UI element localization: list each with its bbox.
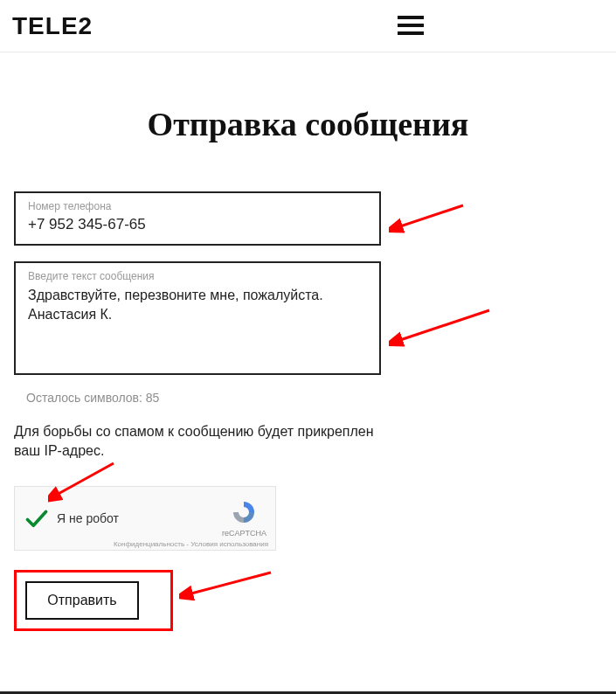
message-label: Введите текст сообщения (28, 270, 367, 282)
page-body: Отправка сообщения Номер телефона +7 952… (0, 52, 616, 631)
recaptcha-logo-icon (231, 513, 257, 528)
svg-line-1 (398, 310, 489, 341)
chars-left: Осталось символов: 85 (26, 391, 602, 405)
recaptcha-brand: reCAPTCHA (222, 529, 266, 538)
message-value: Здравствуйте, перезвоните мне, пожалуйст… (28, 286, 367, 323)
phone-input[interactable]: Номер телефона +7 952 345-67-65 (14, 191, 381, 246)
recaptcha-text: Я не робот (57, 511, 222, 525)
phone-label: Номер телефона (28, 200, 367, 212)
menu-icon[interactable] (398, 16, 424, 35)
annotation-arrow-icon (389, 201, 467, 236)
ip-note: Для борьбы со спамом к сообщению будет п… (14, 422, 398, 462)
recaptcha[interactable]: Я не робот reCAPTCHA Конфиденциальность … (14, 486, 276, 551)
svg-line-3 (188, 573, 271, 594)
submit-button[interactable]: Отправить (25, 581, 139, 620)
header: TELE2 (0, 0, 616, 52)
page-title: Отправка сообщения (148, 105, 469, 143)
svg-line-0 (398, 205, 463, 227)
check-icon (24, 505, 50, 531)
recaptcha-legal: Конфиденциальность - Условия использован… (114, 540, 268, 548)
phone-value: +7 952 345-67-65 (28, 216, 367, 233)
annotation-arrow-icon (389, 306, 494, 350)
annotation-arrow-icon (179, 568, 275, 603)
brand-logo: TELE2 (12, 12, 93, 40)
message-input[interactable]: Введите текст сообщения Здравствуйте, пе… (14, 261, 381, 375)
submit-highlight: Отправить (14, 570, 173, 631)
